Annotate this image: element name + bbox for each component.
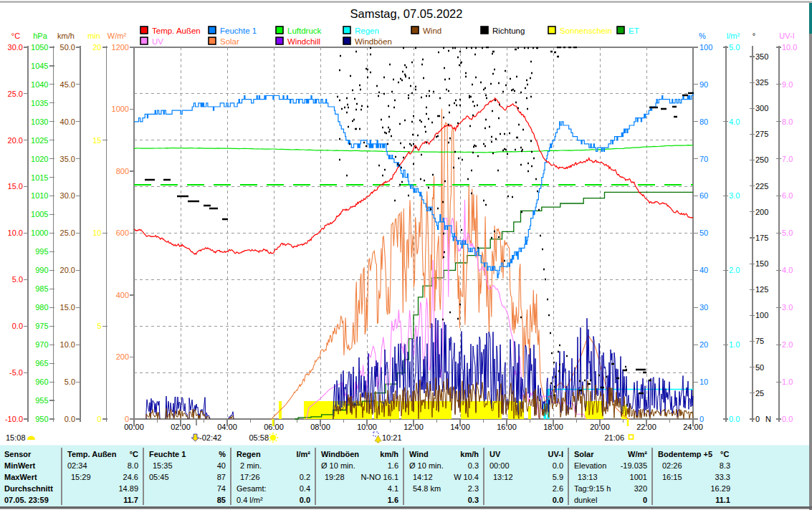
svg-text:11.1: 11.1 — [715, 496, 730, 504]
svg-text:8.0: 8.0 — [782, 117, 793, 126]
svg-text:400: 400 — [116, 291, 129, 299]
svg-text:350: 350 — [755, 52, 768, 61]
svg-text:8.3: 8.3 — [720, 461, 730, 470]
svg-text:7.0: 7.0 — [782, 155, 793, 163]
svg-text:16:15: 16:15 — [662, 473, 682, 481]
svg-text:0.3: 0.3 — [468, 496, 479, 504]
svg-text:N-NO 16.1: N-NO 16.1 — [360, 473, 398, 481]
svg-text:00:00: 00:00 — [124, 423, 144, 431]
svg-text:14.89: 14.89 — [118, 484, 138, 493]
svg-text:0: 0 — [699, 415, 704, 423]
svg-text:W 10.4: W 10.4 — [454, 473, 479, 481]
svg-text:40: 40 — [699, 266, 708, 274]
svg-text:Windböen: Windböen — [321, 450, 359, 458]
svg-text:0.0: 0.0 — [553, 496, 563, 504]
svg-text:955: 955 — [35, 396, 48, 405]
svg-text:Windböen: Windböen — [355, 37, 392, 46]
svg-text:22:00: 22:00 — [636, 423, 656, 431]
svg-text:°: ° — [753, 32, 755, 40]
svg-text:1.0: 1.0 — [782, 377, 793, 386]
svg-text:60: 60 — [699, 191, 708, 200]
svg-text:985: 985 — [35, 284, 48, 293]
svg-text:02:26: 02:26 — [662, 461, 682, 470]
svg-text:50: 50 — [699, 228, 708, 237]
svg-text:0: 0 — [97, 415, 101, 423]
svg-text:225: 225 — [755, 182, 768, 191]
svg-text:24.6: 24.6 — [123, 473, 138, 481]
svg-text:Elevation: Elevation — [574, 461, 606, 470]
svg-text:°C: °C — [720, 450, 729, 458]
svg-text:Sensor: Sensor — [4, 450, 32, 458]
svg-text:15:08: 15:08 — [6, 433, 26, 442]
svg-text:05:58: 05:58 — [249, 433, 269, 442]
svg-text:km/h: km/h — [57, 32, 75, 40]
svg-text:175: 175 — [755, 234, 768, 242]
svg-text:100: 100 — [699, 43, 712, 52]
svg-text:30.0: 30.0 — [8, 43, 23, 52]
svg-text:hPa: hPa — [33, 32, 47, 40]
svg-text:12:00: 12:00 — [403, 423, 424, 431]
svg-text:1.6: 1.6 — [388, 461, 398, 470]
svg-text:02:00: 02:00 — [171, 423, 191, 431]
svg-text:965: 965 — [35, 359, 48, 367]
svg-text:0.3: 0.3 — [468, 461, 479, 470]
svg-text:14:12: 14:12 — [413, 473, 433, 481]
svg-text:10:21: 10:21 — [382, 433, 402, 442]
svg-text:4.0: 4.0 — [782, 266, 793, 274]
svg-text:10:00: 10:00 — [357, 423, 377, 431]
svg-text:0: 0 — [125, 415, 129, 423]
svg-text:2.0: 2.0 — [782, 340, 793, 349]
svg-text:54.8 km: 54.8 km — [413, 484, 441, 493]
svg-text:0: 0 — [643, 496, 647, 504]
svg-text:0.0: 0.0 — [782, 415, 793, 423]
svg-text:1.6: 1.6 — [388, 496, 398, 504]
svg-text:Samstag, 07.05.2022: Samstag, 07.05.2022 — [350, 7, 463, 20]
svg-text:20.0: 20.0 — [8, 136, 23, 145]
svg-text:10: 10 — [699, 377, 708, 386]
svg-text:10.0: 10.0 — [8, 228, 23, 237]
svg-text:970: 970 — [35, 340, 48, 349]
svg-text:2.3: 2.3 — [468, 484, 479, 493]
svg-text:19:28: 19:28 — [325, 473, 345, 481]
svg-text:35.0: 35.0 — [60, 155, 75, 163]
svg-text:90: 90 — [699, 80, 708, 89]
svg-text:05:45: 05:45 — [149, 473, 169, 481]
svg-text:0.2: 0.2 — [300, 473, 310, 481]
svg-text:1010: 1010 — [31, 191, 48, 200]
svg-text:975: 975 — [35, 322, 48, 330]
svg-text:5: 5 — [97, 322, 101, 330]
svg-text:Luftdruck: Luftdruck — [287, 27, 322, 35]
svg-text:1001: 1001 — [630, 473, 647, 481]
svg-text:33.3: 33.3 — [715, 473, 730, 481]
svg-text:Feuchte 1: Feuchte 1 — [149, 450, 186, 458]
svg-text:275: 275 — [755, 130, 768, 138]
svg-text:Temp. Außen: Temp. Außen — [152, 27, 201, 35]
svg-text:2 min.: 2 min. — [240, 461, 262, 470]
svg-text:21:06: 21:06 — [604, 433, 624, 442]
svg-text:08:00: 08:00 — [310, 423, 330, 431]
svg-text:%: % — [699, 32, 706, 40]
svg-text:0.0: 0.0 — [12, 322, 23, 330]
svg-text:9.0: 9.0 — [782, 80, 793, 89]
svg-text:960: 960 — [35, 377, 48, 386]
svg-text:W/m²: W/m² — [108, 32, 127, 40]
svg-text:1000: 1000 — [31, 228, 48, 237]
svg-text:1025: 1025 — [31, 136, 48, 145]
svg-text:16:00: 16:00 — [497, 423, 517, 431]
svg-text:25.0: 25.0 — [60, 228, 75, 237]
svg-text:0.0: 0.0 — [729, 415, 740, 423]
svg-text:Durchschnitt: Durchschnitt — [4, 484, 53, 493]
svg-text:dunkel: dunkel — [574, 496, 597, 504]
svg-text:Regen: Regen — [355, 27, 379, 35]
svg-text:320: 320 — [634, 484, 647, 493]
svg-text:Solar: Solar — [574, 450, 594, 458]
svg-text:Sonnenschein: Sonnenschein — [560, 27, 612, 35]
svg-text:UV-I: UV-I — [548, 450, 563, 458]
svg-text:990: 990 — [35, 266, 48, 274]
svg-text:15:35: 15:35 — [153, 461, 173, 470]
svg-text:200: 200 — [116, 352, 129, 361]
svg-text:2.0: 2.0 — [729, 266, 740, 274]
svg-text:-02:42: -02:42 — [199, 433, 221, 442]
svg-text:30: 30 — [699, 303, 708, 312]
svg-text:5.9: 5.9 — [553, 473, 563, 481]
